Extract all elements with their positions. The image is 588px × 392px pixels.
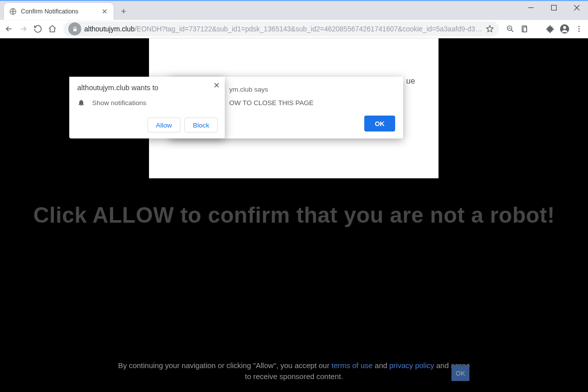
reload-button[interactable] bbox=[32, 21, 44, 37]
svg-point-12 bbox=[578, 28, 580, 30]
bookmark-star-icon[interactable] bbox=[485, 24, 494, 33]
notif-title: althoutujym.club wants to bbox=[77, 84, 217, 92]
new-tab-button[interactable]: + bbox=[117, 4, 131, 18]
js-alert-ok-button[interactable]: OK bbox=[364, 116, 395, 131]
cookie-banner: By continuing your navigation or clickin… bbox=[0, 360, 588, 382]
svg-rect-2 bbox=[551, 5, 556, 10]
svg-rect-8 bbox=[523, 27, 527, 32]
cookie-text-2: to receive sponsored content. bbox=[245, 372, 343, 381]
svg-point-10 bbox=[563, 26, 566, 29]
block-button[interactable]: Block bbox=[184, 118, 218, 132]
address-bar[interactable]: althoutujym.club/EONDH?tag_id=737122&sub… bbox=[63, 21, 499, 36]
extensions-icon[interactable] bbox=[544, 21, 557, 37]
cookie-text: By continuing your navigation or clickin… bbox=[118, 361, 331, 370]
notification-permission-dialog: ✕ althoutujym.club wants to Show notific… bbox=[69, 77, 225, 138]
card-text-fragment: ue bbox=[406, 77, 415, 86]
headline-text: Click ALLOW to confirm that you are not … bbox=[0, 203, 588, 228]
bell-icon bbox=[77, 99, 85, 107]
notif-row: Show notifications bbox=[77, 99, 217, 107]
reading-list-icon[interactable] bbox=[518, 21, 531, 37]
back-button[interactable] bbox=[3, 21, 15, 37]
toolbar: althoutujym.club/EONDH?tag_id=737122&sub… bbox=[0, 20, 588, 38]
privacy-link[interactable]: privacy policy bbox=[389, 361, 434, 370]
window-close-button[interactable] bbox=[565, 0, 588, 15]
page-viewport: ue More info Click ALLOW to confirm that… bbox=[0, 38, 588, 392]
terms-link[interactable]: terms of use bbox=[331, 361, 373, 370]
cookie-and: and bbox=[373, 361, 389, 370]
forward-button bbox=[17, 21, 30, 37]
browser-tab[interactable]: Confirm Notifications ✕ bbox=[4, 3, 114, 20]
window-controls bbox=[519, 0, 588, 20]
maximize-button[interactable] bbox=[542, 0, 565, 15]
cookie-ok-button[interactable]: OK bbox=[451, 365, 469, 381]
zoom-icon[interactable] bbox=[504, 21, 517, 37]
notif-close-icon[interactable]: ✕ bbox=[213, 81, 220, 90]
svg-point-13 bbox=[578, 30, 580, 32]
menu-icon[interactable] bbox=[573, 21, 585, 37]
globe-icon bbox=[9, 7, 17, 15]
tab-close-icon[interactable]: ✕ bbox=[101, 7, 109, 15]
svg-rect-5 bbox=[73, 28, 77, 31]
allow-button[interactable]: Allow bbox=[147, 118, 180, 132]
minimize-button[interactable] bbox=[519, 0, 542, 15]
tab-title: Confirm Notifications bbox=[21, 8, 101, 15]
url-text: althoutujym.club/EONDH?tag_id=737122&sub… bbox=[84, 25, 482, 33]
lock-icon[interactable] bbox=[68, 22, 81, 35]
profile-icon[interactable] bbox=[558, 21, 571, 37]
home-button[interactable] bbox=[46, 21, 58, 37]
titlebar: Confirm Notifications ✕ + bbox=[0, 0, 588, 20]
notif-item-label: Show notifications bbox=[92, 99, 147, 107]
svg-point-11 bbox=[578, 26, 580, 27]
